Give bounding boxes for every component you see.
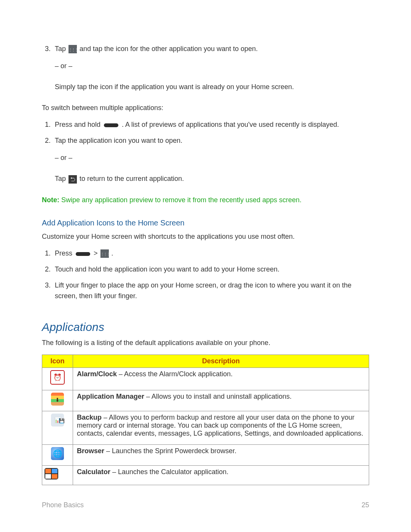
table-row: Calculator – Launches the Calculator app… bbox=[42, 465, 369, 485]
applications-intro: The following is a listing of the defaul… bbox=[42, 338, 369, 348]
switch-intro: To switch between multiple applications: bbox=[42, 103, 369, 113]
home-button-icon bbox=[104, 123, 118, 127]
app-name: Calculator bbox=[77, 468, 110, 476]
or-divider-2: – or – bbox=[55, 153, 369, 163]
step-3-text-before: Tap bbox=[55, 45, 68, 53]
note-text: Swipe any application preview to remove … bbox=[61, 196, 301, 204]
apps-grid-icon bbox=[100, 249, 109, 258]
add-step-1: Press > . bbox=[53, 248, 369, 259]
footer-section: Phone Basics bbox=[42, 501, 84, 509]
switch-steps: Press and hold . A list of previews of a… bbox=[42, 120, 369, 146]
add-icons-steps: Press > . Touch and hold the application… bbox=[42, 248, 369, 302]
open-app-steps-continued: Tap and tap the icon for the other appli… bbox=[42, 44, 369, 54]
app-name: Alarm/Clock bbox=[77, 370, 117, 378]
add-step-1-before: Press bbox=[55, 249, 74, 257]
calculator-icon bbox=[45, 468, 58, 479]
app-icon-cell bbox=[42, 367, 73, 390]
applications-table: Icon Description Alarm/Clock – Access th… bbox=[42, 355, 369, 485]
app-desc: – Launches the Calculator application. bbox=[112, 468, 228, 476]
table-row: Backup – Allows you to perform backup an… bbox=[42, 411, 369, 444]
app-icon-cell bbox=[42, 390, 73, 411]
app-name: Browser bbox=[77, 447, 104, 455]
app-desc-cell: Alarm/Clock – Access the Alarm/Clock app… bbox=[73, 367, 369, 390]
app-icon-cell bbox=[42, 444, 73, 465]
switch-alt-before: Tap bbox=[55, 175, 68, 182]
step-3: Tap and tap the icon for the other appli… bbox=[53, 44, 369, 54]
document-page: Tap and tap the icon for the other appli… bbox=[0, 0, 411, 532]
footer-page-number: 25 bbox=[362, 501, 369, 509]
app-desc: – Launches the Sprint Powerdeck browser. bbox=[106, 447, 236, 455]
app-desc: – Allows you to install and uninstall ap… bbox=[146, 393, 292, 400]
switch-step-1: Press and hold . A list of previews of a… bbox=[53, 120, 369, 130]
apps-grid-icon bbox=[68, 45, 77, 53]
add-step-2: Touch and hold the application icon you … bbox=[53, 264, 369, 275]
or-divider-1: – or – bbox=[55, 61, 369, 71]
step-3-text-after: and tap the icon for the other applicati… bbox=[80, 45, 258, 53]
step-3-alt: Simply tap the icon if the application y… bbox=[55, 82, 369, 92]
app-icon-cell bbox=[42, 411, 73, 444]
switch-step-1-before: Press and hold bbox=[55, 121, 102, 128]
app-desc-cell: Application Manager – Allows you to inst… bbox=[73, 390, 369, 411]
add-icons-heading: Add Application Icons to the Home Screen bbox=[42, 219, 369, 227]
note-line: Note: Swipe any application preview to r… bbox=[42, 195, 369, 205]
add-step-1-after: . bbox=[112, 249, 113, 257]
app-desc-cell: Calculator – Launches the Calculator app… bbox=[73, 465, 369, 485]
add-step-1-mid: > bbox=[94, 249, 100, 257]
switch-step-2: Tap the application icon you want to ope… bbox=[53, 136, 369, 146]
table-row: Alarm/Clock – Access the Alarm/Clock app… bbox=[42, 367, 369, 390]
app-desc-cell: Backup – Allows you to perform backup an… bbox=[73, 411, 369, 444]
app-icon-cell bbox=[42, 465, 73, 485]
add-icons-intro: Customize your Home screen with shortcut… bbox=[42, 232, 369, 241]
col-description-header: Description bbox=[73, 355, 369, 367]
app-name: Backup bbox=[77, 414, 102, 421]
alarm-clock-icon bbox=[50, 370, 65, 385]
app-desc: – Access the Alarm/Clock application. bbox=[119, 370, 233, 378]
page-footer: Phone Basics 25 bbox=[42, 501, 369, 509]
table-row: Application Manager – Allows you to inst… bbox=[42, 390, 369, 411]
back-icon bbox=[68, 175, 77, 184]
applications-heading: Applications bbox=[42, 321, 369, 334]
add-step-3: Lift your finger to place the app on you… bbox=[53, 280, 369, 302]
application-manager-icon bbox=[51, 393, 64, 406]
app-desc: – Allows you to perform backup and resto… bbox=[77, 414, 363, 437]
backup-icon bbox=[51, 414, 64, 427]
switch-alt: Tap to return to the current application… bbox=[55, 174, 369, 184]
table-row: Browser – Launches the Sprint Powerdeck … bbox=[42, 444, 369, 465]
browser-icon bbox=[51, 447, 64, 460]
app-name: Application Manager bbox=[77, 393, 144, 400]
switch-alt-after: to return to the current application. bbox=[80, 175, 184, 182]
note-label: Note: bbox=[42, 196, 59, 204]
home-button-icon bbox=[76, 252, 90, 256]
col-icon-header: Icon bbox=[42, 355, 73, 367]
app-desc-cell: Browser – Launches the Sprint Powerdeck … bbox=[73, 444, 369, 465]
switch-step-1-after: . A list of previews of applications tha… bbox=[122, 121, 339, 128]
